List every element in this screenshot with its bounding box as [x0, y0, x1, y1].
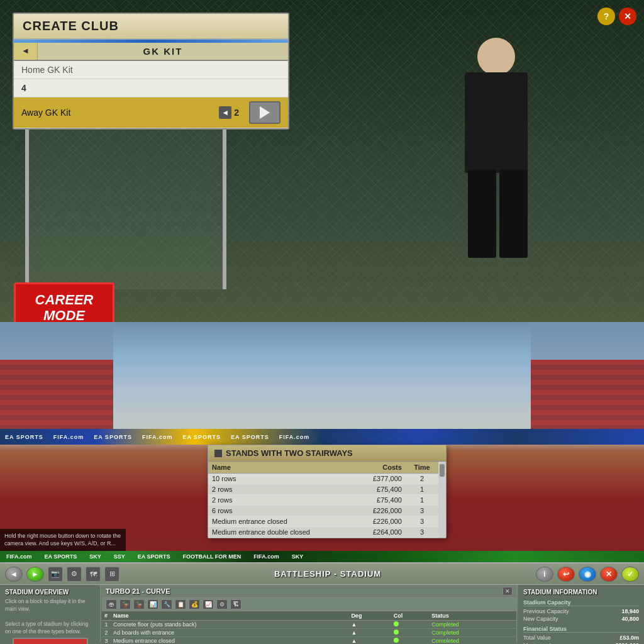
- seat-block-center: [113, 322, 531, 435]
- turbo-title: TURBO 21 - CURVE: [106, 587, 499, 595]
- away-gk-kit-row[interactable]: Away GK Kit ◄ 2: [14, 97, 288, 128]
- turbo-row-status: Completed: [429, 621, 516, 629]
- stands-table-row: 2 rows £75,400 1: [208, 495, 438, 506]
- turbo-header: TURBO 21 - CURVE ✕: [102, 585, 516, 598]
- nav-red-button[interactable]: ↩: [557, 567, 575, 582]
- close-button[interactable]: ✕: [619, 8, 636, 25]
- ticker-8: SKY: [292, 553, 304, 560]
- banner-fifa3: FIFA.com: [279, 434, 310, 440]
- turbo-icon-2[interactable]: 🦆: [119, 599, 131, 609]
- turbo-row-name: Medium entrance closed: [111, 637, 348, 643]
- stadium-banners: EA SPORTS FIFA.com EA SPORTS FIFA.com EA…: [0, 429, 644, 445]
- stands-row-time: 1: [406, 484, 438, 495]
- nav-settings-icon[interactable]: ⚙: [67, 567, 82, 582]
- turbo-icon-7[interactable]: 💰: [189, 599, 200, 609]
- col-name: Name: [208, 462, 355, 474]
- turbo-icon-9[interactable]: ⚙: [216, 599, 228, 609]
- tab-icon[interactable]: ◄: [14, 43, 38, 60]
- turbo-row-deg: ▲: [348, 629, 391, 637]
- nav-ok-button[interactable]: ✓: [621, 567, 639, 582]
- nav-map-icon[interactable]: 🗺: [86, 567, 101, 582]
- nav-camera-icon[interactable]: 📷: [48, 567, 63, 582]
- away-gk-kit-label: Away GK Kit: [21, 108, 219, 118]
- badge-text: CAREER MODE INSIDER: [25, 292, 104, 322]
- ticker-2: EA SPORTS: [45, 553, 77, 560]
- create-club-panel: CREATE CLUB ◄ GK KIT Home GK Kit 4 Away …: [13, 13, 289, 130]
- goalkeeper-figure: [455, 38, 543, 277]
- turbo-row-status: Completed: [429, 637, 516, 643]
- stands-row-costs: £75,400: [355, 495, 405, 506]
- turbo-icon-1[interactable]: 🏟: [106, 599, 117, 609]
- nav-close-button[interactable]: ✕: [600, 567, 618, 582]
- turbo-icon-10[interactable]: 🏗: [230, 599, 242, 609]
- turbo-icon-8[interactable]: 📈: [203, 599, 214, 609]
- previous-capacity-row: Previous Capacity 18,940: [523, 608, 639, 615]
- stands-row-name: 2 rows: [208, 495, 355, 506]
- help-button[interactable]: ?: [597, 8, 615, 25]
- turbo-icon-4[interactable]: 📊: [147, 599, 158, 609]
- stands-table-row: Medium entrance closed £226,000 3: [208, 516, 438, 527]
- home-gk-kit-label: Home GK Kit: [21, 65, 280, 75]
- turbo-row-name: Ad boards with entrance: [111, 629, 348, 637]
- stands-table-wrap: Name Costs Time 10 rows £377,000 2 2 row…: [208, 462, 446, 538]
- tab-bar: ◄ GK KIT: [14, 43, 288, 61]
- stands-row-costs: £264,000: [355, 527, 405, 538]
- stands-row-costs: £226,000: [355, 516, 405, 527]
- turbo-table: # Name Deg Col Status 1 Concrete floor (…: [102, 611, 516, 643]
- help-text: Hold the right mouse button down to rota…: [0, 529, 126, 551]
- stands-row-name: 6 rows: [208, 506, 355, 516]
- turbo-row-col: [391, 637, 430, 643]
- turbo-icon-5[interactable]: 🔧: [161, 599, 172, 609]
- financial-section: Financial Status Total Value £53.0m Maxi…: [523, 626, 639, 644]
- turbo-icon-6[interactable]: 📋: [175, 599, 186, 609]
- turbo-icon-3[interactable]: 🦆: [133, 599, 145, 609]
- stadium-map[interactable]: [13, 638, 88, 644]
- new-capacity-value: 40,800: [621, 616, 639, 622]
- previous-capacity-value: 18,940: [621, 608, 639, 614]
- gk-head: [477, 38, 515, 75]
- capacity-title: Stadium Capacity: [523, 599, 639, 606]
- col-turbo: TURBO 21 - CURVE ✕ 🏟 🦆 🦆 📊 🔧 📋 💰 📈 ⚙ 🏗: [102, 585, 517, 643]
- ticker-3: SKY: [89, 553, 101, 560]
- top-icons: ? ✕: [597, 8, 636, 25]
- turbo-row-name: Concrete floor (puts stands back): [111, 621, 348, 629]
- nav-arrows: ◄ 2: [219, 106, 239, 119]
- home-gk-kit-row: Home GK Kit: [14, 61, 288, 79]
- nav-left-btn[interactable]: ◄: [219, 106, 231, 119]
- stands-row-name: Medium entrance double closed: [208, 527, 355, 538]
- ui-bar: ◄ ► 📷 ⚙ 🗺 ⊞ BATTLESHIP - STADIUM i ↩ ◉ ✕…: [0, 562, 644, 644]
- gk-legs-left: [468, 170, 496, 258]
- stands-table: Name Costs Time 10 rows £377,000 2 2 row…: [208, 462, 438, 538]
- turbo-row-deg: ▲: [348, 637, 391, 643]
- previous-capacity-label: Previous Capacity: [523, 608, 569, 614]
- banner-fifa2: FIFA.com: [142, 434, 173, 440]
- nav-info-button[interactable]: i: [536, 567, 553, 582]
- total-value-row: Total Value £53.0m: [523, 634, 639, 641]
- turbo-table-row: 2 Ad boards with entrance ▲ Completed: [102, 629, 516, 637]
- away-gk-kit-value: 2: [234, 106, 239, 119]
- banner-fifa: FIFA.com: [53, 434, 84, 440]
- nav-blue-button[interactable]: ◉: [579, 567, 596, 582]
- scroll-thumb[interactable]: [440, 464, 445, 477]
- turbo-table-row: 1 Concrete floor (puts stands back) ▲ Co…: [102, 621, 516, 629]
- turbo-row-num: 1: [102, 621, 111, 629]
- turbo-close-btn[interactable]: ✕: [502, 587, 513, 596]
- turbo-row-col: [391, 621, 430, 629]
- nav-expand-icon[interactable]: ⊞: [104, 567, 119, 582]
- stands-popup: STANDS WITH TWO STAIRWAYS Name Costs Tim…: [208, 445, 447, 538]
- financial-title: Financial Status: [523, 626, 639, 633]
- col-time: Time: [406, 462, 438, 474]
- turbo-col-status: Status: [429, 611, 516, 621]
- tab-label: GK KIT: [38, 43, 288, 60]
- kit-arrow-button[interactable]: [249, 101, 280, 124]
- top-half: ? ✕ CREATE CLUB ◄ GK KIT Home GK Kit 4 A…: [0, 0, 644, 322]
- nav-forward-button[interactable]: ►: [26, 567, 44, 582]
- ticker-7: FIFA.com: [253, 553, 279, 560]
- gk-legs-right: [499, 170, 528, 258]
- seat-block-right: [518, 360, 644, 435]
- nav-back-button[interactable]: ◄: [5, 567, 23, 582]
- max-income-row: Maximum Income £291,000: [523, 641, 639, 644]
- stands-title: STANDS WITH TWO STAIRWAYS: [208, 445, 446, 462]
- stands-scrollbar[interactable]: [438, 462, 446, 538]
- stands-row-name: Medium entrance closed: [208, 516, 355, 527]
